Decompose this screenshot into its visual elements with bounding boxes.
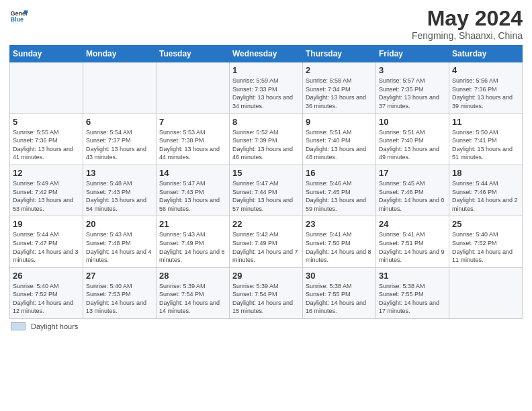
daylight-legend-box bbox=[11, 322, 26, 330]
table-row: 31Sunrise: 5:38 AM Sunset: 7:55 PM Dayli… bbox=[376, 267, 449, 318]
cell-info: Sunrise: 5:41 AM Sunset: 7:50 PM Dayligh… bbox=[306, 230, 373, 264]
day-number: 21 bbox=[159, 219, 226, 229]
cell-info: Sunrise: 5:42 AM Sunset: 7:49 PM Dayligh… bbox=[232, 230, 300, 264]
table-row: 22Sunrise: 5:42 AM Sunset: 7:49 PM Dayli… bbox=[230, 216, 303, 267]
table-row: 1Sunrise: 5:59 AM Sunset: 7:33 PM Daylig… bbox=[230, 62, 303, 113]
table-row bbox=[10, 62, 83, 113]
cell-info: Sunrise: 5:39 AM Sunset: 7:54 PM Dayligh… bbox=[159, 282, 226, 316]
logo: General Blue bbox=[9, 7, 28, 26]
table-row: 15Sunrise: 5:47 AM Sunset: 7:44 PM Dayli… bbox=[230, 165, 303, 216]
table-row: 19Sunrise: 5:44 AM Sunset: 7:47 PM Dayli… bbox=[10, 216, 83, 267]
table-row: 13Sunrise: 5:48 AM Sunset: 7:43 PM Dayli… bbox=[83, 165, 157, 216]
day-number: 27 bbox=[86, 271, 153, 281]
day-number: 4 bbox=[452, 65, 519, 75]
header-saturday: Saturday bbox=[449, 46, 523, 62]
cell-info: Sunrise: 5:57 AM Sunset: 7:35 PM Dayligh… bbox=[379, 77, 446, 110]
daylight-legend-label: Daylight hours bbox=[31, 322, 78, 330]
day-number: 14 bbox=[159, 168, 226, 178]
table-row: 11Sunrise: 5:50 AM Sunset: 7:41 PM Dayli… bbox=[449, 113, 523, 165]
title-block: May 2024 Fengming, Shaanxi, China bbox=[412, 7, 523, 41]
cell-info: Sunrise: 5:54 AM Sunset: 7:37 PM Dayligh… bbox=[86, 128, 153, 162]
page-header: General Blue May 2024 Fengming, Shaanxi,… bbox=[9, 7, 523, 41]
table-row: 2Sunrise: 5:58 AM Sunset: 7:34 PM Daylig… bbox=[303, 62, 376, 113]
table-row: 24Sunrise: 5:41 AM Sunset: 7:51 PM Dayli… bbox=[376, 216, 449, 267]
day-number: 6 bbox=[86, 117, 153, 127]
table-row: 3Sunrise: 5:57 AM Sunset: 7:35 PM Daylig… bbox=[376, 62, 449, 113]
header-monday: Monday bbox=[83, 46, 157, 62]
cell-info: Sunrise: 5:55 AM Sunset: 7:36 PM Dayligh… bbox=[13, 128, 80, 162]
header-tuesday: Tuesday bbox=[157, 46, 230, 62]
day-number: 22 bbox=[232, 219, 300, 229]
cell-info: Sunrise: 5:49 AM Sunset: 7:42 PM Dayligh… bbox=[13, 179, 80, 213]
table-row: 7Sunrise: 5:53 AM Sunset: 7:38 PM Daylig… bbox=[157, 113, 230, 165]
table-row: 26Sunrise: 5:40 AM Sunset: 7:52 PM Dayli… bbox=[10, 267, 83, 318]
cell-info: Sunrise: 5:56 AM Sunset: 7:36 PM Dayligh… bbox=[452, 77, 519, 110]
table-row: 8Sunrise: 5:52 AM Sunset: 7:39 PM Daylig… bbox=[230, 113, 303, 165]
cell-info: Sunrise: 5:40 AM Sunset: 7:52 PM Dayligh… bbox=[13, 282, 80, 316]
table-row: 20Sunrise: 5:43 AM Sunset: 7:48 PM Dayli… bbox=[83, 216, 157, 267]
month-title: May 2024 bbox=[412, 7, 523, 30]
day-number: 20 bbox=[86, 219, 153, 229]
table-row: 29Sunrise: 5:39 AM Sunset: 7:54 PM Dayli… bbox=[230, 267, 303, 318]
day-number: 17 bbox=[379, 168, 446, 178]
table-row: 5Sunrise: 5:55 AM Sunset: 7:36 PM Daylig… bbox=[10, 113, 83, 165]
cell-info: Sunrise: 5:44 AM Sunset: 7:46 PM Dayligh… bbox=[452, 179, 519, 213]
day-number: 24 bbox=[379, 219, 446, 229]
day-number: 1 bbox=[232, 65, 300, 75]
cell-info: Sunrise: 5:58 AM Sunset: 7:34 PM Dayligh… bbox=[306, 77, 373, 110]
logo-icon: General Blue bbox=[9, 7, 28, 26]
calendar-table: Sunday Monday Tuesday Wednesday Thursday… bbox=[9, 45, 523, 319]
day-number: 16 bbox=[306, 168, 373, 178]
table-row: 10Sunrise: 5:51 AM Sunset: 7:40 PM Dayli… bbox=[376, 113, 449, 165]
location-subtitle: Fengming, Shaanxi, China bbox=[412, 30, 523, 41]
table-row: 12Sunrise: 5:49 AM Sunset: 7:42 PM Dayli… bbox=[10, 165, 83, 216]
cell-info: Sunrise: 5:53 AM Sunset: 7:38 PM Dayligh… bbox=[159, 128, 226, 162]
cell-info: Sunrise: 5:40 AM Sunset: 7:52 PM Dayligh… bbox=[452, 230, 519, 264]
table-row: 30Sunrise: 5:38 AM Sunset: 7:55 PM Dayli… bbox=[303, 267, 376, 318]
day-number: 15 bbox=[232, 168, 300, 178]
day-number: 13 bbox=[86, 168, 153, 178]
svg-text:Blue: Blue bbox=[10, 16, 24, 23]
calendar-week-row: 1Sunrise: 5:59 AM Sunset: 7:33 PM Daylig… bbox=[10, 62, 523, 113]
day-number: 25 bbox=[452, 219, 519, 229]
day-number: 3 bbox=[379, 65, 446, 75]
cell-info: Sunrise: 5:38 AM Sunset: 7:55 PM Dayligh… bbox=[379, 282, 446, 316]
cell-info: Sunrise: 5:51 AM Sunset: 7:40 PM Dayligh… bbox=[379, 128, 446, 162]
day-number: 23 bbox=[306, 219, 373, 229]
table-row: 6Sunrise: 5:54 AM Sunset: 7:37 PM Daylig… bbox=[83, 113, 157, 165]
day-number: 12 bbox=[13, 168, 80, 178]
day-number: 19 bbox=[13, 219, 80, 229]
table-row: 18Sunrise: 5:44 AM Sunset: 7:46 PM Dayli… bbox=[449, 165, 523, 216]
cell-info: Sunrise: 5:41 AM Sunset: 7:51 PM Dayligh… bbox=[379, 230, 446, 264]
day-number: 11 bbox=[452, 117, 519, 127]
header-wednesday: Wednesday bbox=[230, 46, 303, 62]
day-number: 9 bbox=[306, 117, 373, 127]
header-sunday: Sunday bbox=[10, 46, 83, 62]
cell-info: Sunrise: 5:52 AM Sunset: 7:39 PM Dayligh… bbox=[232, 128, 300, 162]
table-row bbox=[449, 267, 523, 318]
cell-info: Sunrise: 5:44 AM Sunset: 7:47 PM Dayligh… bbox=[13, 230, 80, 264]
cell-info: Sunrise: 5:50 AM Sunset: 7:41 PM Dayligh… bbox=[452, 128, 519, 162]
cell-info: Sunrise: 5:43 AM Sunset: 7:49 PM Dayligh… bbox=[159, 230, 226, 264]
cell-info: Sunrise: 5:38 AM Sunset: 7:55 PM Dayligh… bbox=[306, 282, 373, 316]
calendar-header-row: Sunday Monday Tuesday Wednesday Thursday… bbox=[10, 46, 523, 62]
day-number: 7 bbox=[159, 117, 226, 127]
day-number: 30 bbox=[306, 271, 373, 281]
day-number: 10 bbox=[379, 117, 446, 127]
footer: Daylight hours bbox=[9, 322, 523, 330]
cell-info: Sunrise: 5:59 AM Sunset: 7:33 PM Dayligh… bbox=[232, 77, 300, 110]
cell-info: Sunrise: 5:46 AM Sunset: 7:45 PM Dayligh… bbox=[306, 179, 373, 213]
cell-info: Sunrise: 5:43 AM Sunset: 7:48 PM Dayligh… bbox=[86, 230, 153, 264]
table-row: 27Sunrise: 5:40 AM Sunset: 7:53 PM Dayli… bbox=[83, 267, 157, 318]
table-row: 21Sunrise: 5:43 AM Sunset: 7:49 PM Dayli… bbox=[157, 216, 230, 267]
table-row bbox=[83, 62, 157, 113]
table-row bbox=[157, 62, 230, 113]
cell-info: Sunrise: 5:48 AM Sunset: 7:43 PM Dayligh… bbox=[86, 179, 153, 213]
header-friday: Friday bbox=[376, 46, 449, 62]
calendar-week-row: 12Sunrise: 5:49 AM Sunset: 7:42 PM Dayli… bbox=[10, 165, 523, 216]
cell-info: Sunrise: 5:45 AM Sunset: 7:46 PM Dayligh… bbox=[379, 179, 446, 213]
table-row: 4Sunrise: 5:56 AM Sunset: 7:36 PM Daylig… bbox=[449, 62, 523, 113]
cell-info: Sunrise: 5:51 AM Sunset: 7:40 PM Dayligh… bbox=[306, 128, 373, 162]
day-number: 29 bbox=[232, 271, 300, 281]
cell-info: Sunrise: 5:47 AM Sunset: 7:44 PM Dayligh… bbox=[232, 179, 300, 213]
